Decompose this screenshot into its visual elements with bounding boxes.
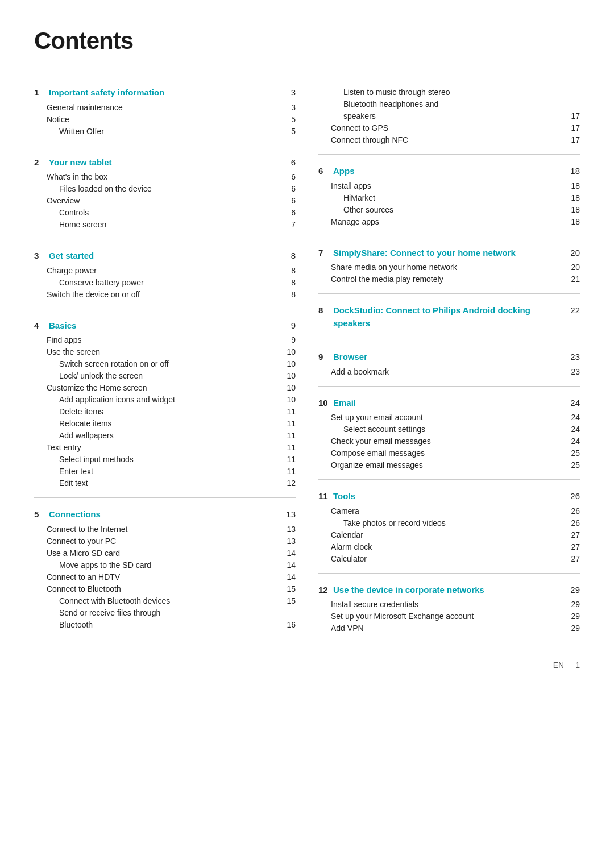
section-header: 3Get started8 [34, 250, 296, 263]
toc-entry-label: Connect through NFC [331, 134, 569, 146]
toc-entry-page: 15 [284, 595, 296, 607]
toc-entry: Connect to the Internet13 [34, 524, 296, 535]
toc-container: 1Important safety information3General ma… [34, 76, 580, 642]
section-number: 9 [318, 351, 331, 364]
toc-entry-label: Bluetooth headphones and [343, 98, 569, 110]
section-title: Email [333, 397, 569, 410]
toc-entry-page: 10 [284, 346, 296, 358]
toc-entry: Overview6 [34, 195, 296, 207]
toc-entry: Add VPN29 [318, 622, 580, 634]
toc-entry-label: Take photos or record videos [343, 517, 569, 529]
toc-entry: Calculator27 [318, 553, 580, 565]
toc-section: 9Browser23Add a bookmark23 [318, 340, 580, 386]
toc-entry-page: 14 [284, 571, 296, 583]
toc-entry-page: 13 [284, 535, 296, 547]
toc-entry-label: Customize the Home screen [47, 382, 284, 394]
toc-entry: Charge power8 [34, 265, 296, 277]
section-page: 24 [569, 397, 580, 410]
toc-entry: Compose email messages25 [318, 447, 580, 459]
toc-entry-page: 11 [284, 406, 296, 418]
toc-entry-page: 8 [284, 289, 296, 301]
toc-entry-page: 12 [284, 477, 296, 489]
toc-entry: Files loaded on the device6 [34, 183, 296, 195]
section-header: 2Your new tablet6 [34, 156, 296, 169]
toc-entry-label: Written Offer [59, 126, 284, 138]
toc-entry-label: Connect to Bluetooth [47, 583, 284, 595]
toc-entry-label: Switch screen rotation on or off [59, 358, 284, 370]
toc-entry: Text entry11 [34, 442, 296, 454]
toc-entry: HiMarket18 [318, 192, 580, 204]
toc-entry-page: 6 [284, 195, 296, 207]
toc-entry-label: Camera [331, 505, 569, 517]
toc-entry-label: Compose email messages [331, 447, 569, 459]
toc-entry: What's in the box6 [34, 171, 296, 183]
toc-entry-page: 27 [569, 553, 580, 565]
toc-entry: Connect through NFC17 [318, 134, 580, 146]
toc-entry-page: 29 [569, 610, 580, 622]
toc-entry-page: 10 [284, 358, 296, 370]
section-header: 5Connections13 [34, 508, 296, 521]
toc-entry-page: 26 [569, 517, 580, 529]
section-header: 8DockStudio: Connect to Philips Android … [318, 304, 580, 330]
toc-entry: Enter text11 [34, 466, 296, 477]
toc-entry-page: 11 [284, 418, 296, 430]
toc-entry-page: 6 [284, 171, 296, 183]
toc-entry: Relocate items11 [34, 418, 296, 430]
toc-entry-page: 18 [569, 216, 580, 228]
toc-entry-label: Manage apps [331, 216, 569, 228]
toc-section: 11Tools26Camera26Take photos or record v… [318, 479, 580, 573]
section-header: 7SimplyShare: Connect to your home netwo… [318, 247, 580, 260]
toc-entry-label: speakers [343, 110, 569, 122]
section-number: 6 [318, 165, 331, 178]
toc-section: Listen to music through stereoBluetooth … [318, 76, 580, 154]
section-title: Browser [333, 351, 569, 364]
toc-entry: Home screen7 [34, 219, 296, 231]
toc-entry: Calendar27 [318, 529, 580, 541]
toc-entry-label: Connect with Bluetooth devices [59, 595, 284, 607]
toc-entry-page: 15 [284, 583, 296, 595]
section-number: 11 [318, 490, 331, 503]
toc-entry-page: 17 [569, 110, 580, 122]
section-page: 9 [284, 319, 296, 333]
toc-section: 1Important safety information3General ma… [34, 76, 296, 146]
toc-entry: Connect to GPS17 [318, 122, 580, 134]
section-page: 13 [284, 508, 296, 521]
section-header: 9Browser23 [318, 351, 580, 364]
section-header: 1Important safety information3 [34, 86, 296, 99]
section-page: 23 [569, 351, 580, 364]
toc-entry: Conserve battery power8 [34, 277, 296, 289]
section-number: 3 [34, 250, 47, 263]
toc-entry-page: 27 [569, 529, 580, 541]
toc-entry-page: 18 [569, 180, 580, 192]
toc-entry-label: Home screen [59, 219, 284, 231]
toc-entry-page: 17 [569, 134, 580, 146]
toc-section: 2Your new tablet6What's in the box6Files… [34, 146, 296, 239]
toc-entry: Other sources18 [318, 204, 580, 216]
toc-entry: Switch the device on or off8 [34, 289, 296, 301]
toc-entry: Check your email messages24 [318, 435, 580, 447]
section-header: 6Apps18 [318, 165, 580, 178]
footer-page: 1 [575, 659, 580, 671]
toc-entry: Edit text12 [34, 477, 296, 489]
toc-entry: Add application icons and widget10 [34, 394, 296, 406]
toc-entry: Connect with Bluetooth devices15 [34, 595, 296, 607]
section-page: 20 [569, 247, 580, 260]
toc-section: 12Use the device in corporate networks29… [318, 573, 580, 643]
toc-entry-label: Calculator [331, 553, 569, 565]
toc-entry: Controls6 [34, 207, 296, 219]
toc-entry-page: 8 [284, 265, 296, 277]
toc-entry-label: Select account settings [343, 423, 569, 435]
section-page: 8 [284, 250, 296, 263]
section-title: SimplyShare: Connect to your home networ… [333, 247, 569, 260]
toc-entry: Connect to Bluetooth15 [34, 583, 296, 595]
section-number: 10 [318, 397, 331, 410]
section-header: 11Tools26 [318, 490, 580, 503]
toc-entry-label: Notice [47, 114, 284, 126]
toc-section: 6Apps18Install apps18HiMarket18Other sou… [318, 154, 580, 236]
toc-right-column: Listen to music through stereoBluetooth … [318, 76, 580, 642]
section-page: 29 [569, 584, 580, 597]
toc-entry: Control the media play remotely21 [318, 273, 580, 285]
toc-entry-label: Edit text [59, 477, 284, 489]
toc-entry-label: Text entry [47, 442, 284, 454]
toc-entry-label: Organize email messages [331, 459, 569, 471]
